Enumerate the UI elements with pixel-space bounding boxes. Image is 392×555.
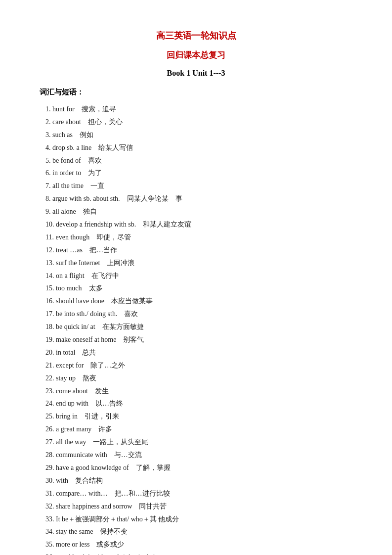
item-english: more or less — [56, 541, 89, 548]
item-number: 19. — [45, 336, 56, 343]
item-chinese: 为了 — [88, 169, 102, 177]
item-chinese: 担心，关心 — [88, 118, 123, 126]
list-item: 27. all the way 一路上，从头至尾 — [40, 436, 352, 449]
item-english: hunt for — [52, 105, 75, 113]
item-english: come about — [56, 387, 88, 395]
list-item: 25. bring in 引进，引来 — [40, 410, 352, 423]
item-number: 22. — [45, 374, 56, 382]
item-chinese: 别客气 — [123, 336, 144, 343]
list-item: 35. more or less 或多或少 — [40, 538, 352, 551]
item-number: 14. — [45, 272, 56, 279]
list-item: 26. a great many 许多 — [40, 423, 352, 436]
book-title: Book 1 Unit 1---3 — [40, 69, 352, 78]
list-item: 30. with 复合结构 — [40, 474, 352, 487]
list-item: 15. too much 太多 — [40, 282, 352, 295]
list-item: 11. even though 即使，尽管 — [40, 231, 352, 244]
item-number: 1. — [45, 105, 52, 113]
list-item: 14. on a flight 在飞行中 — [40, 270, 352, 282]
item-number: 17. — [45, 310, 56, 318]
item-number: 30. — [45, 477, 56, 484]
item-chinese: 发生 — [95, 387, 109, 395]
list-item: 20. in total 总共 — [40, 346, 352, 359]
list-item: 17. be into sth./ doing sth. 喜欢 — [40, 308, 352, 321]
list-item: 24. end up with 以…告终 — [40, 397, 352, 410]
list-item: 4. drop sb. a line 给某人写信 — [40, 141, 352, 154]
item-number: 4. — [45, 144, 52, 151]
item-english: communicate with — [56, 451, 107, 459]
list-item: 13. surf the Internet 上网冲浪 — [40, 257, 352, 270]
list-item: 33. It be＋被强调部分＋that/ who＋其 他成分 — [40, 513, 352, 526]
item-number: 15. — [45, 284, 56, 292]
item-chinese: 上网冲浪 — [107, 259, 134, 267]
item-english: drop sb. a line — [52, 144, 91, 151]
item-chinese: 以…告终 — [95, 400, 123, 407]
item-chinese: 保持不变 — [100, 528, 128, 535]
list-item: 8. argue with sb. about sth. 同某人争论某 事 — [40, 192, 352, 205]
list-item: 2. care about 担心，关心 — [40, 116, 352, 129]
item-chinese: 一直 — [90, 182, 104, 189]
item-english: stay the same — [56, 528, 93, 535]
item-english: with — [56, 477, 68, 484]
item-english: bring in — [56, 413, 78, 420]
item-english: all alone — [52, 208, 76, 215]
item-chinese: 同甘共苦 — [139, 503, 167, 510]
section-header: 词汇与短语： — [40, 88, 352, 97]
list-item: 23. come about 发生 — [40, 385, 352, 398]
item-chinese: 除了…之外 — [90, 362, 125, 369]
item-english: have a good knowledge of — [56, 464, 129, 471]
list-item: 22. stay up 熬夜 — [40, 372, 352, 385]
item-english: surf the Internet — [56, 259, 100, 267]
item-number: 2. — [45, 118, 52, 126]
item-chinese: 给某人写信 — [98, 144, 133, 151]
list-item: 3. such as 例如 — [40, 129, 352, 141]
item-chinese: 本应当做某事 — [111, 297, 153, 305]
list-item: 16. should have done 本应当做某事 — [40, 295, 352, 308]
item-number: 18. — [45, 323, 56, 330]
item-chinese: 与…交流 — [114, 451, 142, 459]
item-number: 16. — [45, 297, 56, 305]
item-chinese: 引进，引来 — [85, 413, 119, 420]
item-english: share happiness and sorrow — [56, 503, 132, 510]
main-title: 高三英语一轮知识点 — [40, 30, 352, 42]
item-chinese: 在某方面敏捷 — [102, 323, 144, 330]
item-number: 27. — [45, 438, 56, 446]
item-number: 10. — [45, 221, 56, 228]
item-chinese: 把…和…进行比较 — [115, 490, 170, 497]
item-number: 35. — [45, 541, 56, 548]
item-number: 32. — [45, 503, 56, 510]
item-english: all the way — [56, 438, 86, 446]
item-english: be fond of — [52, 157, 81, 164]
item-chinese: 例如 — [80, 131, 93, 139]
item-english: a great many — [56, 425, 91, 433]
item-english: on a flight — [56, 272, 85, 279]
item-english: develop a friendship with sb. — [56, 221, 136, 228]
item-chinese: 熬夜 — [83, 374, 96, 382]
list-item: 32. share happiness and sorrow 同甘共苦 — [40, 500, 352, 513]
item-chinese: 许多 — [98, 425, 112, 433]
item-number: 21. — [45, 362, 56, 369]
item-number: 3. — [45, 131, 52, 139]
item-number: 5. — [45, 157, 52, 164]
vocab-list: 1. hunt for 搜索，追寻2. care about 担心，关心3. s… — [40, 103, 352, 555]
item-number: 9. — [45, 208, 52, 215]
list-item: 29. have a good knowledge of 了解，掌握 — [40, 462, 352, 474]
list-item: 10. develop a friendship with sb. 和某人建立友… — [40, 218, 352, 231]
item-number: 25. — [45, 413, 56, 420]
item-chinese: 喜欢 — [88, 157, 102, 164]
item-english: care about — [52, 118, 81, 126]
page: 高三英语一轮知识点 回归课本总复习 Book 1 Unit 1---3 词汇与短… — [0, 0, 392, 555]
item-number: 33. — [45, 515, 56, 523]
list-item: 34. stay the same 保持不变 — [40, 525, 352, 538]
item-chinese: 把…当作 — [89, 246, 117, 254]
item-english: stay up — [56, 374, 76, 382]
item-english: even though — [55, 233, 89, 241]
item-english: in order to — [52, 169, 81, 177]
list-item: 7. all the time 一直 — [40, 180, 352, 192]
item-english: It be＋被强调部分＋that/ who＋其 他成分 — [56, 515, 179, 523]
item-english: in total — [56, 349, 75, 356]
item-number: 28. — [45, 451, 56, 459]
list-item: 28. communicate with 与…交流 — [40, 449, 352, 462]
list-item: 5. be fond of 喜欢 — [40, 154, 352, 167]
item-english: except for — [56, 362, 84, 369]
item-number: 34. — [45, 528, 56, 535]
